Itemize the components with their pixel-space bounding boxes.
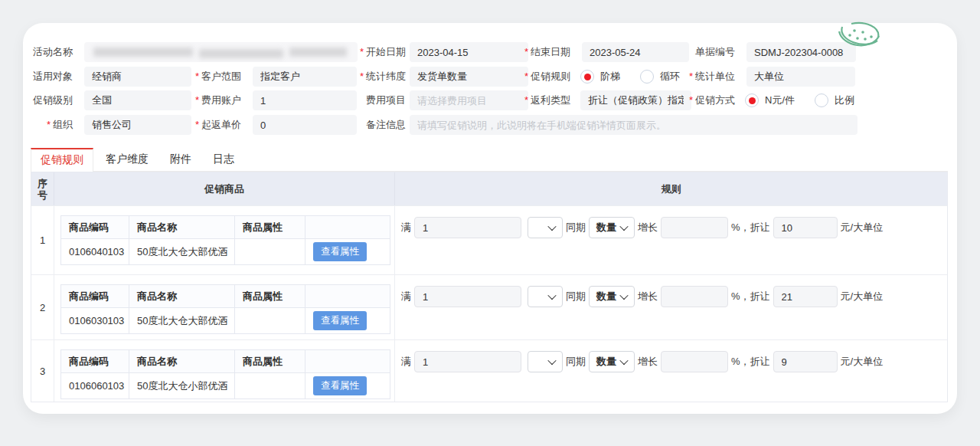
customer-scope-input[interactable] [253,67,357,87]
approval-seal-icon [835,21,885,53]
rule-unit-label: 元/大单位 [841,290,884,303]
product-col-code: 商品编码 [61,216,129,239]
start-date-input[interactable] [410,42,528,62]
chevron-down-icon [547,356,556,365]
promo-rules-table: 序号 促销商品 规则 1 商品编码 商品名称 商品属性 0106040103 5… [31,172,948,402]
product-col-name: 商品名称 [129,285,235,308]
tab-attachments[interactable]: 附件 [161,148,201,172]
discount-input[interactable] [773,351,838,372]
threshold-input[interactable] [414,217,521,238]
expense-account-label: *费用账户 [176,93,241,107]
discount-input[interactable] [773,217,838,238]
promo-method-radio-ratio[interactable] [815,93,828,107]
product-code: 0106060103 [61,373,129,399]
activity-name-label: 活动名称 [31,45,73,59]
field-activity-name: 活动名称 [31,42,358,62]
rule-tongqi-label: 同期 [566,290,586,303]
product-col-name: 商品名称 [129,216,235,239]
field-expense-item: 费用项目 [351,90,528,110]
rule-tongqi-label: 同期 [566,221,586,234]
row-index: 2 [31,275,54,339]
period-select[interactable] [528,286,563,307]
stat-unit-label: *统计单位 [678,70,735,84]
promo-method-option-label: N元/件 [765,93,795,107]
promo-method-radio-nyuan[interactable] [745,93,759,107]
tab-promo-rules[interactable]: 促销规则 [31,148,93,172]
period-select[interactable] [528,351,563,372]
rebate-type-input[interactable] [580,90,691,110]
product-col-action [305,350,390,373]
product-cell: 商品编码 商品名称 商品属性 0106040103 50度北大仓大部优酒 查看属… [54,206,395,274]
product-col-code: 商品编码 [61,350,129,373]
promo-level-input[interactable] [84,90,191,110]
row-index: 3 [31,340,54,402]
metric-select[interactable]: 数量 [589,217,635,238]
organization-label: *组织 [31,118,73,132]
promo-level-label: 促销级别 [31,93,73,107]
product-cell: 商品编码 商品名称 商品属性 0106060103 50度北大仓小部优酒 查看属… [54,340,395,402]
rule-pct-label: %，折让 [731,290,770,303]
rule-unit-label: 元/大单位 [841,221,884,234]
expense-account-input[interactable] [253,90,357,110]
doc-no-label: 单据编号 [678,45,735,59]
row-index: 1 [31,206,54,274]
remark-input[interactable] [410,115,858,135]
product-col-attr: 商品属性 [235,216,305,239]
stat-unit-input[interactable] [746,67,855,87]
table-row: 3 商品编码 商品名称 商品属性 0106060103 50度北大仓小部优酒 查… [31,339,947,402]
metric-select[interactable]: 数量 [589,351,635,372]
tab-logs[interactable]: 日志 [204,148,243,172]
rule-cell: 满 同期 数量 增长 %，折让 元/大单位 [395,340,947,402]
view-attributes-button[interactable]: 查看属性 [313,376,367,395]
product-col-attr: 商品属性 [235,350,305,373]
product-col-attr: 商品属性 [235,285,305,308]
rule-man-label: 满 [401,355,411,369]
end-date-input[interactable] [582,42,689,62]
tab-customer-dimension[interactable]: 客户维度 [96,148,158,172]
expense-item-input[interactable] [410,90,528,110]
field-end-date: *结束日期 [524,42,689,62]
col-header-index: 序号 [31,172,54,205]
chevron-down-icon [619,291,628,300]
field-start-date: *开始日期 [351,42,528,62]
product-col-code: 商品编码 [61,285,129,308]
product-code: 0106030103 [61,308,129,334]
rebate-type-label: *返利类型 [524,93,570,107]
stat-dimension-input[interactable] [410,67,528,87]
field-organization: *组织 [31,115,191,135]
threshold-input[interactable] [414,351,521,372]
promo-rule-radio-cycle[interactable] [640,70,654,84]
table-row: 2 商品编码 商品名称 商品属性 0106030103 50度北大仓大部优酒 查… [31,274,947,339]
growth-input[interactable] [661,217,728,238]
start-price-input[interactable] [253,115,357,135]
period-select[interactable] [528,217,563,238]
field-rebate-type: *返利类型 [524,90,691,110]
start-date-label: *开始日期 [351,45,406,59]
growth-input[interactable] [661,351,728,372]
promo-rule-radio-ladder[interactable] [580,70,594,84]
growth-input[interactable] [661,286,728,307]
field-promo-rule: *促销规则 阶梯 循环 [524,67,694,87]
promo-method-option-label: 比例 [835,93,854,107]
discount-input[interactable] [773,286,838,307]
field-stat-unit: *统计单位 [678,67,855,87]
rule-zengzhang-label: 增长 [638,290,658,303]
product-code: 0106040103 [61,239,129,265]
view-attributes-button[interactable]: 查看属性 [313,311,367,330]
apply-target-input[interactable] [84,67,191,87]
rule-zengzhang-label: 增长 [638,355,658,369]
col-header-rule: 规则 [395,172,947,205]
promo-rule-option-label: 阶梯 [600,70,620,84]
product-name: 50度北大仓大部优酒 [129,308,235,334]
threshold-input[interactable] [414,286,521,307]
view-attributes-button[interactable]: 查看属性 [313,242,367,261]
field-customer-scope: *客户范围 [176,67,357,87]
rule-tongqi-label: 同期 [566,355,586,369]
organization-input[interactable] [84,115,191,135]
activity-name-input[interactable] [84,42,358,62]
metric-select[interactable]: 数量 [589,286,635,307]
chevron-down-icon [619,222,628,231]
field-stat-dimension: *统计纬度 [351,67,528,87]
rule-man-label: 满 [401,221,411,234]
rule-cell: 满 同期 数量 增长 %，折让 元/大单位 [395,206,947,274]
